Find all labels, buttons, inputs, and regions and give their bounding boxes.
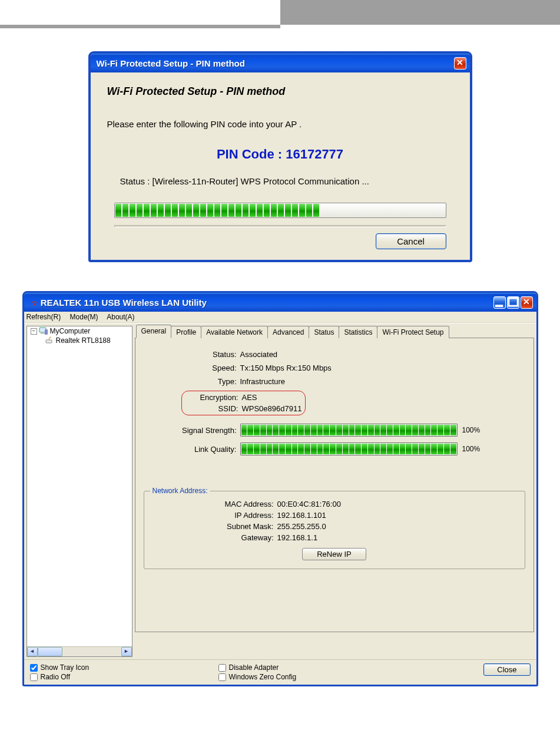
svg-rect-6 <box>46 340 52 343</box>
signal-strength-value: 100% <box>462 426 481 434</box>
computer-icon <box>39 327 48 335</box>
tab-advanced[interactable]: Advanced <box>267 326 309 338</box>
label-speed: Speed: <box>144 364 240 372</box>
cancel-button[interactable]: Cancel <box>376 233 446 249</box>
svg-rect-1 <box>495 305 502 307</box>
checkbox-disable-adapter[interactable]: Disable Adapter <box>218 663 484 672</box>
tab-status[interactable]: Status <box>309 326 339 338</box>
dialog-heading: Wi-Fi Protected Setup - PIN method <box>107 85 457 98</box>
svg-rect-4 <box>41 333 45 334</box>
scroll-thumb[interactable] <box>38 647 62 656</box>
network-address-group: Network Address: MAC Address: 00:E0:4C:8… <box>144 491 525 569</box>
status-line: Status : [Wireless-11n-Router] WPS Proto… <box>120 176 457 186</box>
checkbox-zero-config[interactable]: Windows Zero Config <box>218 673 484 681</box>
tab-wps[interactable]: Wi-Fi Protect Setup <box>377 326 449 338</box>
divider <box>114 225 446 227</box>
value-ssid: WPS0e896d7911 <box>242 404 302 413</box>
close-button[interactable]: Close <box>483 663 530 676</box>
dialog-title: Wi-Fi Protected Setup - PIN method <box>97 58 245 68</box>
value-status: Associated <box>240 350 278 359</box>
label-signal-strength: Signal Strength: <box>144 426 240 435</box>
pin-code-display: PIN Code : 16172777 <box>104 147 457 162</box>
signal-strength-bar <box>240 424 458 437</box>
svg-rect-2 <box>508 298 517 305</box>
svg-rect-5 <box>45 329 48 335</box>
banner-shade <box>280 0 561 25</box>
scroll-left-icon[interactable]: ◄ <box>27 647 38 656</box>
app-title: REALTEK 11n USB Wireless LAN Utility <box>41 298 207 308</box>
wps-pin-dialog: Wi-Fi Protected Setup - PIN method ✕ Wi-… <box>89 52 472 262</box>
device-tree[interactable]: − MyComputer Realtek RTL8188 ◄ ► <box>26 326 132 657</box>
checkbox-disable-adapter-input[interactable] <box>218 664 226 672</box>
label-ssid: SSID: <box>185 404 242 413</box>
tab-available-network[interactable]: Available Network <box>201 326 268 338</box>
label-ip: IP Address: <box>150 511 277 520</box>
renew-ip-button[interactable]: ReNew IP <box>302 548 366 560</box>
horizontal-scrollbar[interactable]: ◄ ► <box>27 646 132 656</box>
tree-root-label: MyComputer <box>50 327 91 335</box>
link-quality-value: 100% <box>462 445 481 453</box>
top-banner <box>0 0 560 25</box>
checkbox-show-tray-input[interactable] <box>30 664 38 672</box>
titlebar[interactable]: Wi-Fi Protected Setup - PIN method ✕ <box>91 54 470 72</box>
label-subnet: Subnet Mask: <box>150 522 277 531</box>
value-mac: 00:E0:4C:81:76:00 <box>277 500 341 508</box>
value-speed: Tx:150 Mbps Rx:150 Mbps <box>240 364 332 372</box>
checkbox-show-tray[interactable]: Show Tray Icon <box>30 663 218 672</box>
checkbox-radio-off[interactable]: Radio Off <box>30 673 218 681</box>
footer: Show Tray Icon Radio Off Disable Adapter… <box>24 659 536 685</box>
label-type: Type: <box>144 377 240 386</box>
tab-profile[interactable]: Profile <box>171 326 201 338</box>
adapter-icon <box>45 336 54 345</box>
tree-child[interactable]: Realtek RTL8188 <box>27 336 132 345</box>
label-gateway: Gateway: <box>150 533 277 542</box>
tab-general[interactable]: General <box>136 325 172 338</box>
circled-highlight: Encryption: AES SSID: WPS0e896d7911 <box>181 391 306 415</box>
close-icon[interactable]: ✕ <box>454 57 466 70</box>
link-quality-bar <box>240 442 458 455</box>
label-mac: MAC Address: <box>150 500 277 508</box>
value-ip: 192.168.1.101 <box>277 511 326 520</box>
menubar: Refresh(R) Mode(M) About(A) <box>24 312 536 323</box>
progress-bar <box>114 203 446 218</box>
minimize-icon[interactable] <box>493 296 506 309</box>
menu-about[interactable]: About(A) <box>107 313 134 321</box>
tree-child-label: Realtek RTL8188 <box>56 336 111 345</box>
tabstrip: General Profile Available Network Advanc… <box>136 326 534 338</box>
maximize-icon[interactable] <box>507 296 519 309</box>
tree-root[interactable]: − MyComputer <box>27 326 132 336</box>
value-subnet: 255.255.255.0 <box>277 522 326 531</box>
wlan-utility-window: REALTEK 11n USB Wireless LAN Utility ✕ R… <box>22 291 538 686</box>
label-link-quality: Link Quality: <box>144 445 240 454</box>
tab-statistics[interactable]: Statistics <box>339 326 377 338</box>
banner-stripe <box>0 25 280 28</box>
value-gateway: 192.168.1.1 <box>277 533 318 542</box>
close-icon[interactable]: ✕ <box>521 296 533 309</box>
collapse-icon[interactable]: − <box>31 328 37 335</box>
checkbox-zero-config-input[interactable] <box>218 673 226 681</box>
app-icon <box>30 299 38 307</box>
network-address-legend: Network Address: <box>150 487 210 495</box>
tab-general-content: Status: Associated Speed: Tx:150 Mbps Rx… <box>135 338 534 632</box>
label-status: Status: <box>144 350 240 359</box>
svg-point-0 <box>33 303 35 305</box>
value-type: Infrastructure <box>240 377 286 386</box>
menu-mode[interactable]: Mode(M) <box>70 313 98 321</box>
dialog-instruction: Please enter the following PIN code into… <box>107 119 457 129</box>
checkbox-radio-off-input[interactable] <box>30 673 38 681</box>
value-encryption: AES <box>242 393 257 402</box>
menu-refresh[interactable]: Refresh(R) <box>26 313 61 321</box>
scroll-right-icon[interactable]: ► <box>121 647 132 656</box>
titlebar[interactable]: REALTEK 11n USB Wireless LAN Utility ✕ <box>24 293 536 312</box>
label-encryption: Encryption: <box>185 393 242 402</box>
